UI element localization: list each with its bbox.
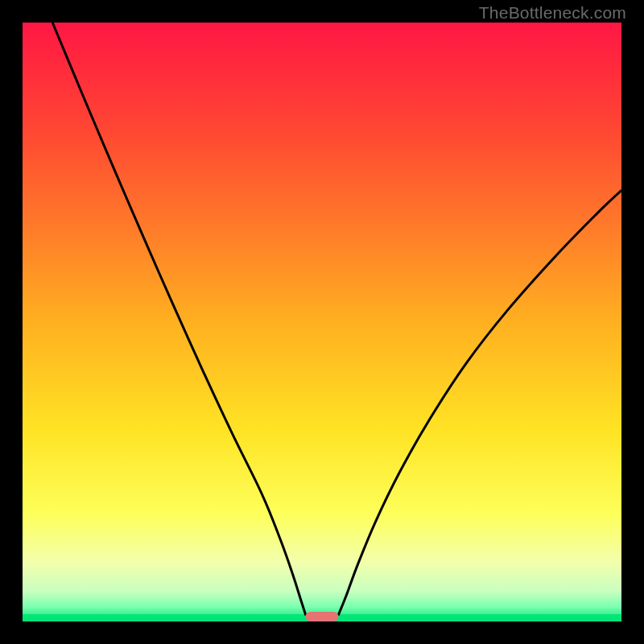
min-marker — [306, 612, 339, 621]
bottleneck-chart — [23, 23, 621, 621]
chart-frame — [23, 23, 621, 621]
watermark-text: TheBottleneck.com — [479, 3, 626, 23]
gradient-background — [23, 23, 621, 621]
